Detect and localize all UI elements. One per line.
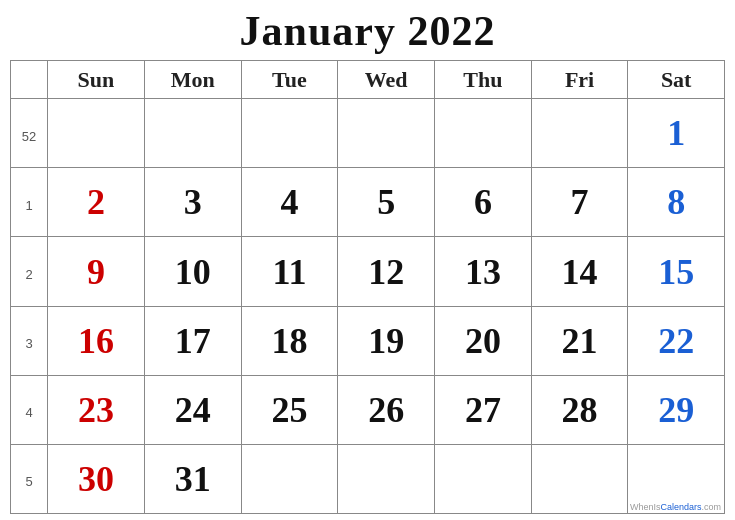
week-number: 52: [11, 99, 48, 168]
day-cell: 12: [338, 237, 435, 306]
header-sat: Sat: [628, 61, 725, 99]
day-cell: 19: [338, 306, 435, 375]
header-wed: Wed: [338, 61, 435, 99]
calendar-title: January 2022: [10, 8, 725, 54]
header-fri: Fri: [531, 61, 628, 99]
day-cell: 30: [48, 444, 145, 513]
week-number: 1: [11, 168, 48, 237]
calendar-table: Sun Mon Tue Wed Thu Fri Sat 521123456782…: [10, 60, 725, 514]
watermark: WhenIsCalendars.com: [630, 502, 721, 512]
table-row: 423242526272829: [11, 375, 725, 444]
day-cell: 25: [241, 375, 338, 444]
day-cell: 16: [48, 306, 145, 375]
day-cell: 5: [338, 168, 435, 237]
week-number: 2: [11, 237, 48, 306]
day-cell: [241, 444, 338, 513]
table-row: 316171819202122: [11, 306, 725, 375]
week-number: 3: [11, 306, 48, 375]
day-cell: [531, 444, 628, 513]
table-row: 521: [11, 99, 725, 168]
day-cell: 18: [241, 306, 338, 375]
week-number: 5: [11, 444, 48, 513]
day-cell: 22: [628, 306, 725, 375]
week-number: 4: [11, 375, 48, 444]
day-cell: [241, 99, 338, 168]
day-cell: 15: [628, 237, 725, 306]
day-cell: 8: [628, 168, 725, 237]
day-cell: 1: [628, 99, 725, 168]
day-cell: 28: [531, 375, 628, 444]
header-thu: Thu: [435, 61, 532, 99]
day-cell: [435, 99, 532, 168]
header-tue: Tue: [241, 61, 338, 99]
watermark-highlight: Calendars: [660, 502, 701, 512]
day-cell: [531, 99, 628, 168]
day-cell: [144, 99, 241, 168]
day-cell: 3: [144, 168, 241, 237]
day-cell: 2: [48, 168, 145, 237]
day-cell: 23: [48, 375, 145, 444]
day-cell: 9: [48, 237, 145, 306]
day-cell: 17: [144, 306, 241, 375]
day-cell: 27: [435, 375, 532, 444]
table-row: 53031: [11, 444, 725, 513]
calendar-body: 5211234567829101112131415316171819202122…: [11, 99, 725, 514]
day-cell: 4: [241, 168, 338, 237]
day-cell: 6: [435, 168, 532, 237]
day-cell: 26: [338, 375, 435, 444]
table-row: 29101112131415: [11, 237, 725, 306]
day-cell: 31: [144, 444, 241, 513]
no-header: [11, 61, 48, 99]
day-cell: 10: [144, 237, 241, 306]
calendar-wrapper: January 2022 Sun Mon Tue Wed Thu Fri Sat…: [0, 0, 735, 520]
day-cell: 20: [435, 306, 532, 375]
day-cell: 14: [531, 237, 628, 306]
day-cell: [338, 444, 435, 513]
day-cell: [48, 99, 145, 168]
day-cell: [338, 99, 435, 168]
day-cell: 29: [628, 375, 725, 444]
header-sun: Sun: [48, 61, 145, 99]
day-cell: 7: [531, 168, 628, 237]
day-cell: 21: [531, 306, 628, 375]
day-cell: 24: [144, 375, 241, 444]
header-row: Sun Mon Tue Wed Thu Fri Sat: [11, 61, 725, 99]
day-cell: 13: [435, 237, 532, 306]
day-cell: 11: [241, 237, 338, 306]
header-mon: Mon: [144, 61, 241, 99]
day-cell: [435, 444, 532, 513]
table-row: 12345678: [11, 168, 725, 237]
